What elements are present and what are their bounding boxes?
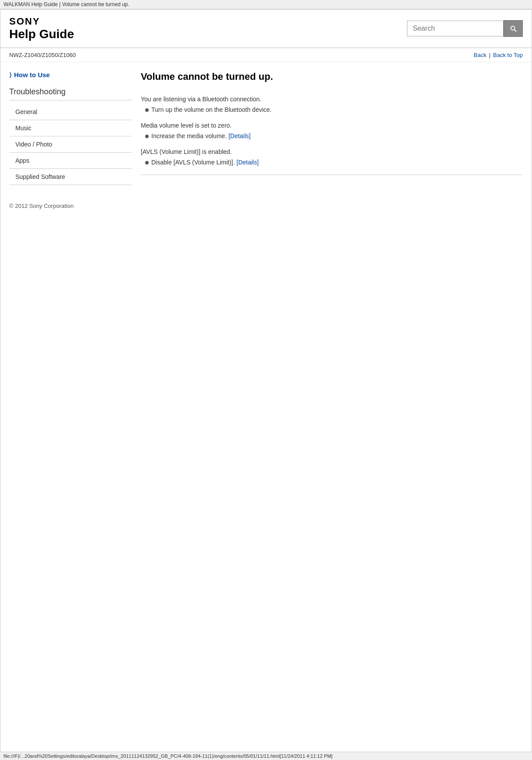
model-number: NWZ-Z1040/Z1050/Z1060 [9, 52, 76, 58]
logo-area: SONY Help Guide [9, 16, 74, 41]
chevron-right-icon: ⟩ [9, 71, 11, 78]
issue-block-3: [AVLS (Volume Limit)] is enabled. Disabl… [141, 148, 523, 167]
details-link-2[interactable]: [Details] [236, 159, 259, 166]
issue-desc-2: Media volume level is set to zero. [141, 122, 523, 129]
sony-logo: SONY [9, 16, 74, 27]
browser-url: file:///F|/...20and%20Settings/editorala… [4, 753, 332, 759]
bullet-icon [145, 161, 149, 164]
how-to-use-link[interactable]: ⟩ How to Use [9, 71, 132, 78]
browser-bottom-bar: file:///F|/...20and%20Settings/editorala… [0, 752, 532, 760]
details-link-1[interactable]: [Details] [229, 132, 251, 139]
list-item: Disable [AVLS (Volume Limit)]. [Details] [145, 158, 523, 167]
issue-list-3: Disable [AVLS (Volume Limit)]. [Details] [141, 158, 523, 167]
solution-text: Turn up the volume on the Bluetooth devi… [151, 106, 271, 113]
sub-header: NWZ-Z1040/Z1050/Z1060 Back | Back to Top [0, 48, 532, 62]
search-button[interactable] [503, 20, 523, 37]
solution-text: Disable [AVLS (Volume Limit)]. [Details] [151, 159, 259, 166]
issue-desc-1: You are listening via a Bluetooth connec… [141, 96, 523, 103]
issue-block-1: You are listening via a Bluetooth connec… [141, 96, 523, 114]
sidebar-item-general[interactable]: General [9, 104, 132, 120]
header: SONY Help Guide [0, 10, 532, 48]
content-area: Volume cannot be turned up. You are list… [141, 71, 523, 185]
nav-separator: | [489, 52, 490, 58]
list-item: Increase the media volume. [Details] [145, 132, 523, 140]
tab-title: WALKMAN Help Guide | Volume cannot be tu… [4, 1, 129, 7]
footer: © 2012 Sony Corporation [0, 194, 532, 218]
solution-text: Increase the media volume. [Details] [151, 132, 250, 139]
nav-links: Back | Back to Top [474, 52, 523, 58]
main-content: ⟩ How to Use Troubleshooting General Mus… [0, 62, 532, 194]
page-title: Volume cannot be turned up. [141, 71, 523, 87]
troubleshooting-header: Troubleshooting [9, 87, 132, 100]
how-to-use-label: How to Use [14, 71, 50, 78]
sidebar-item-video-photo[interactable]: Video / Photo [9, 136, 132, 153]
sidebar-item-music[interactable]: Music [9, 120, 132, 136]
issue-block-2: Media volume level is set to zero. Incre… [141, 122, 523, 140]
issue-desc-3: [AVLS (Volume Limit)] is enabled. [141, 148, 523, 155]
search-area [407, 20, 523, 37]
list-item: Turn up the volume on the Bluetooth devi… [145, 105, 523, 114]
sidebar: ⟩ How to Use Troubleshooting General Mus… [9, 71, 132, 185]
copyright-text: © 2012 Sony Corporation [9, 203, 74, 209]
bullet-icon [145, 108, 149, 112]
help-guide-title: Help Guide [9, 27, 74, 41]
back-link[interactable]: Back [474, 52, 486, 58]
search-input[interactable] [407, 21, 503, 36]
browser-tab: WALKMAN Help Guide | Volume cannot be tu… [0, 0, 532, 9]
issue-list-1: Turn up the volume on the Bluetooth devi… [141, 105, 523, 114]
content-divider [141, 175, 523, 175]
sidebar-item-supplied-software[interactable]: Supplied Software [9, 169, 132, 185]
page-wrapper: SONY Help Guide NWZ-Z1040/Z1050/Z1060 Ba… [0, 9, 532, 760]
bullet-icon [145, 135, 149, 138]
issue-list-2: Increase the media volume. [Details] [141, 132, 523, 140]
back-to-top-link[interactable]: Back to Top [493, 52, 523, 58]
sidebar-item-apps[interactable]: Apps [9, 153, 132, 169]
search-icon [509, 25, 517, 32]
